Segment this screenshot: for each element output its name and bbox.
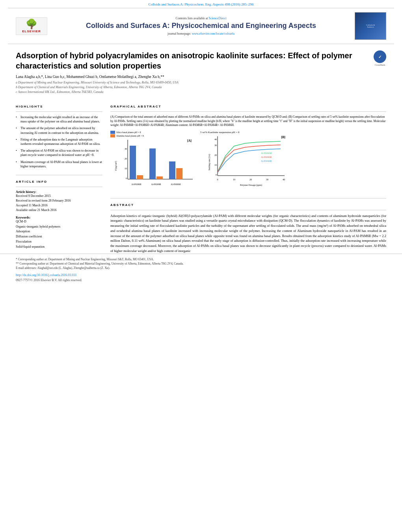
elsevier-logo: 🌳 ELSEVIER	[16, 17, 47, 35]
svg-text:Al-PAM6R: Al-PAM6R	[131, 183, 141, 185]
svg-text:Al-PAM6H: Al-PAM6H	[261, 152, 272, 154]
article-title: Adsorption of hybrid polyacrylamides on …	[16, 50, 370, 71]
svg-rect-11	[176, 168, 182, 179]
available-date: Available online 21 March 2016	[16, 208, 102, 213]
keyword-6: Solid-liquid separation	[16, 245, 102, 250]
homepage-link[interactable]: www.elsevier.com/locate/colsurfa	[192, 32, 234, 35]
svg-text:10: 10	[125, 167, 127, 170]
svg-text:30: 30	[214, 144, 217, 146]
divider-highlights	[16, 111, 102, 112]
highlight-item-4: The adsorption of Al-PAM on silica was s…	[16, 148, 102, 157]
svg-rect-9	[156, 176, 163, 179]
divider-abstract	[110, 198, 386, 198]
svg-rect-8	[149, 148, 156, 179]
crossmark-badge: ✓ CrossMark	[374, 50, 386, 66]
doi-line[interactable]: http://dx.doi.org/10.1016/j.colsurfa.201…	[0, 272, 402, 278]
footnotes: * Corresponding author at: Department of…	[0, 254, 402, 272]
chart-a-svg: 0 10 20 30	[116, 140, 195, 191]
svg-text:10: 10	[214, 164, 217, 166]
right-column: GRAPHICAL ABSTRACT (A) Comparison of the…	[110, 100, 386, 254]
article-info-header: ARTICLE INFO	[16, 180, 102, 184]
article-title-area: Adsorption of hybrid polyacrylamides on …	[0, 44, 402, 100]
journal-header: 🌳 ELSEVIER Contents lists available at S…	[8, 8, 394, 44]
svg-text:Al-PAM4R: Al-PAM4R	[151, 183, 161, 185]
chart-a: [A] Γ(ng/cm²) 0 10 20 30	[110, 138, 193, 193]
elsevier-tree-icon: 🌳	[18, 19, 45, 29]
keyword-4: Diffusion coefficient	[16, 234, 102, 239]
keyword-1: QCM-D	[16, 219, 102, 224]
history-label: Article history:	[16, 190, 102, 194]
page: Colloids and Surfaces A: Physicochem. En…	[0, 0, 402, 532]
svg-rect-10	[169, 161, 175, 179]
affiliation-c: c Autoco International HK Ltd., Edmonton…	[16, 90, 370, 95]
chart-b-container: 5 wt% Kaolinite suspension pH = 8 [B] Se…	[200, 131, 287, 193]
svg-text:0: 0	[217, 178, 218, 181]
email-addresses: E-mail addresses: Alaghal@ust.edu (L. Al…	[16, 266, 386, 270]
journal-title: Colloids and Surfaces A: Physicochemical…	[55, 22, 347, 30]
doi-link[interactable]: http://dx.doi.org/10.1016/j.colsurfa.201…	[16, 273, 76, 277]
svg-rect-6	[130, 146, 136, 179]
keywords-section: Keywords: QCM-D Organic-inorganic hybrid…	[16, 216, 102, 250]
affiliations: a Department of Mining and Nuclear Engin…	[16, 80, 370, 95]
journal-reference: Colloids and Surfaces A: Physicochem. En…	[0, 0, 402, 8]
keyword-2: Organic-inorganic hybrid polymers	[16, 224, 102, 230]
svg-text:20: 20	[214, 154, 217, 156]
divider-ga	[110, 111, 386, 112]
svg-text:0: 0	[216, 174, 217, 176]
abstract-text: Adsorption kinetics of organic-inorganic…	[110, 213, 386, 254]
svg-text:Al-PAM6R: Al-PAM6R	[261, 156, 272, 158]
divider-abstract2	[110, 210, 386, 210]
homepage-label: journal homepage:	[168, 32, 191, 35]
graphical-abstract-text: (A) Comparison of the total amount of ad…	[110, 115, 386, 128]
left-column: HIGHLIGHTS Increasing the molecular weig…	[16, 100, 102, 254]
corresponding-2: ** Corresponding author at: Department o…	[16, 261, 386, 266]
article-title-text: Adsorption of hybrid polyacrylamides on …	[16, 50, 370, 97]
chart-a-container: Silica basal planes pH = 8 Alumina basal…	[110, 131, 193, 193]
svg-text:40: 40	[214, 138, 217, 141]
journal-link[interactable]: Colloids and Surfaces A: Physicochem. En…	[148, 2, 253, 6]
highlight-item-3: Fitting of the adsorption data to the La…	[16, 137, 102, 146]
chart-b-title: 5 wt% Kaolinite suspension pH = 8	[200, 131, 287, 134]
chart-b-svg: 0 10 20 30 40 0 10 20 30 40	[206, 136, 288, 187]
highlight-item-1: Increasing the molecular weight resulted…	[16, 115, 102, 124]
keyword-3: Adsorption	[16, 229, 102, 234]
sciencedirect-link[interactable]: ScienceDirect	[209, 17, 227, 20]
chart-b: [B] Settling rate (1/s) 0 10 20 30 40	[200, 135, 287, 190]
received-date: Received 9 December 2015	[16, 194, 102, 198]
svg-text:20: 20	[249, 178, 252, 181]
legend-silica: Silica basal planes pH = 8	[116, 131, 141, 133]
divider-article-info2	[16, 187, 102, 187]
keywords-label: Keywords:	[16, 216, 102, 219]
corresponding-1: * Corresponding author at: Department of…	[16, 257, 386, 261]
svg-rect-7	[137, 175, 143, 179]
keywords-list: QCM-D Organic-inorganic hybrid polymers …	[16, 219, 102, 250]
contents-static-text: Contents lists available at	[176, 17, 208, 20]
authors: Lana Alagha a,b,*, Lina Guo b,c, Mohamme…	[16, 75, 370, 79]
svg-text:Al-PAM4R: Al-PAM4R	[261, 160, 272, 162]
svg-text:30: 30	[125, 148, 127, 150]
crossmark-label: CrossMark	[374, 64, 386, 66]
journal-title-area: Contents lists available at ScienceDirec…	[47, 17, 355, 35]
highlight-item-2: The amount of the polymer adsorbed on si…	[16, 126, 102, 135]
article-info: Article history: Received 9 December 201…	[16, 190, 102, 213]
svg-text:30: 30	[266, 178, 268, 181]
graphical-abstract-header: GRAPHICAL ABSTRACT	[110, 105, 386, 108]
main-content: HIGHLIGHTS Increasing the molecular weig…	[0, 100, 402, 254]
svg-text:40: 40	[283, 178, 285, 181]
received-revised-date: Received in revised form 28 February 201…	[16, 198, 102, 203]
keyword-5: Flocculation	[16, 239, 102, 245]
journal-homepage: journal homepage: www.elsevier.com/locat…	[55, 32, 347, 35]
divider-article-info	[16, 175, 102, 175]
legend-alumina: Alumina basal planes pH = 8	[116, 135, 144, 137]
crossmark-icon: ✓	[374, 50, 386, 63]
journal-thumbnail: Colloids &Surfaces	[355, 12, 386, 40]
svg-text:Polymer Dosage (ppm): Polymer Dosage (ppm)	[240, 184, 262, 187]
thumb-text: Colloids &Surfaces	[365, 23, 376, 29]
accepted-date: Accepted 11 March 2016	[16, 203, 102, 208]
affiliation-a: a Department of Mining and Nuclear Engin…	[16, 80, 370, 85]
svg-text:0: 0	[126, 177, 127, 180]
affiliation-b: b Department of Chemical and Materials E…	[16, 85, 370, 90]
charts-container: Silica basal planes pH = 8 Alumina basal…	[110, 131, 386, 193]
elsevier-brand-text: ELSEVIER	[18, 30, 45, 33]
chart-a-legend: Silica basal planes pH = 8 Alumina basal…	[110, 131, 193, 137]
